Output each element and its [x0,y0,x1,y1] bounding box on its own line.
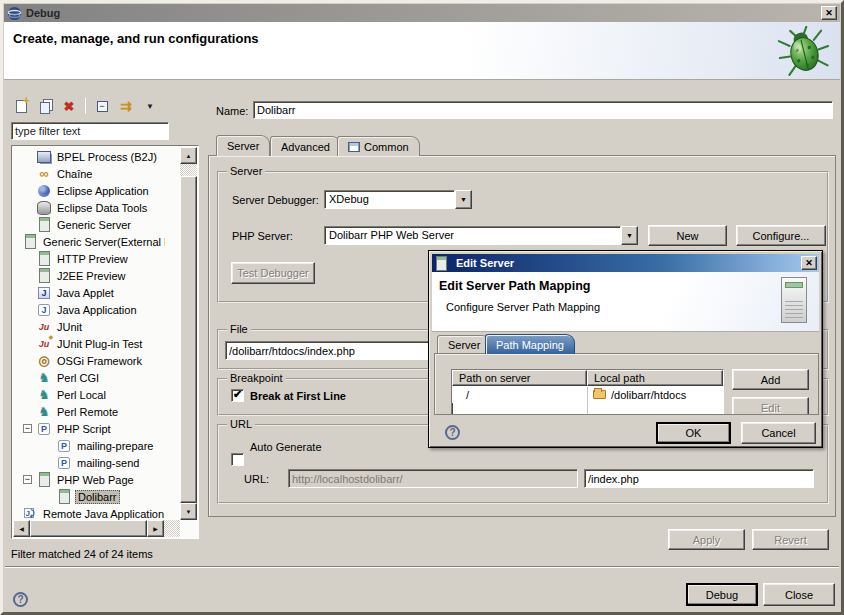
delete-icon-button[interactable]: ✖ [59,97,79,116]
scroll-left-icon[interactable]: ◀ [13,520,30,537]
bpel-process-icon [37,150,51,164]
col-path-on-server[interactable]: Path on server [452,370,587,386]
tree-item-perl-cgi[interactable]: Perl CGI [13,369,165,386]
tree-item-eclipse-data-tools[interactable]: Eclipse Data Tools [13,199,165,216]
dialog-tab-server[interactable]: Server [437,335,491,354]
php-icon [57,456,71,470]
dialog-help-icon[interactable]: ? [445,425,460,440]
name-input[interactable] [253,101,833,119]
tree-item-j2ee-preview[interactable]: J2EE Preview [13,267,165,284]
tab-advanced[interactable]: Advanced [270,136,341,156]
collapse-all-icon-button[interactable]: − [92,97,112,116]
new-server-button[interactable]: New [648,225,727,246]
dialog-tab-path-mapping[interactable]: Path Mapping [485,334,575,354]
tree-vscrollbar[interactable]: ▲ ▼ [180,147,197,520]
tree-item-perl-remote[interactable]: Perl Remote [13,403,165,420]
hscroll-thumb[interactable] [30,520,147,537]
server-icon [23,235,37,249]
close-button[interactable]: Close [763,583,835,606]
server-group-title: Server [227,165,265,177]
tab-common[interactable]: Common [337,136,420,156]
java-applet-icon [37,286,51,300]
ok-button[interactable]: OK [656,422,731,444]
duplicate-icon [40,102,50,114]
tree-item-cha-ne[interactable]: Chaîne [13,165,165,182]
expander-slot: − [23,475,37,484]
filter-icon-button[interactable]: ⇉ [116,97,136,116]
debug-button[interactable]: Debug [686,583,758,606]
php-server-combo[interactable]: Dolibarr PHP Web Server ▼ [324,226,638,245]
filter-input[interactable] [11,122,169,140]
tab-label: Common [364,141,409,153]
collapse-expander-icon[interactable]: − [23,475,32,484]
server-icon [57,490,71,504]
new-config-icon-button[interactable] [11,97,31,116]
tree-item-label: Perl Local [55,389,108,401]
tree-item-generic-server-external-la[interactable]: Generic Server(External La [13,233,165,250]
url-label: URL: [244,473,269,485]
edit-server-close-button[interactable]: ✕ [801,256,817,270]
tree-item-eclipse-application[interactable]: Eclipse Application [13,182,165,199]
break-first-line-checkbox[interactable] [231,389,244,402]
osgi-icon [37,354,51,368]
server-debugger-label: Server Debugger: [232,194,319,206]
remote-java-icon [23,507,37,521]
tree-item-java-application[interactable]: Java Application [13,301,165,318]
tree-hscrollbar[interactable]: ◀ ▶ [13,520,180,537]
tree-item-label: Java Application [55,304,139,316]
chevron-down-icon[interactable]: ▼ [621,226,638,245]
tree-item-mailing-prepare[interactable]: mailing-prepare [13,437,165,454]
tree-item-label: Remote Java Application [41,508,165,520]
tree-item-junit-plug-in-test[interactable]: JUnit Plug-in Test [13,335,165,352]
filter-icon: ⇉ [120,99,132,113]
toolbar-separator [85,98,86,114]
tree-item-php-web-page[interactable]: −PHP Web Page [13,471,165,488]
cancel-button[interactable]: Cancel [741,422,816,444]
auto-generate-checkbox[interactable] [231,453,244,466]
window-close-button[interactable]: ✕ [821,6,837,20]
tree-item-mailing-send[interactable]: mailing-send [13,454,165,471]
col-local-path[interactable]: Local path [587,370,723,386]
help-icon[interactable]: ? [13,592,28,607]
dialog-heading: Edit Server Path Mapping [439,279,590,293]
tab-label: Server [448,339,480,351]
tree-item-perl-local[interactable]: Perl Local [13,386,165,403]
chevron-down-icon[interactable]: ▼ [455,190,472,209]
tree-item-label: PHP Web Page [55,474,136,486]
scroll-right-icon[interactable]: ▶ [147,520,164,537]
tree-item-junit[interactable]: JUnit [13,318,165,335]
configure-button[interactable]: Configure... [736,225,826,246]
tree-item-label: J2EE Preview [55,270,127,282]
add-mapping-button[interactable]: Add [732,369,809,390]
tree-item-label: BPEL Process (B2J) [55,151,159,163]
tree-item-label: mailing-send [75,457,141,469]
scroll-up-icon[interactable]: ▲ [180,147,197,164]
tree-item-php-script[interactable]: −PHP Script [13,420,165,437]
url-path-input[interactable] [584,469,814,488]
tab-server[interactable]: Server [216,135,270,156]
menu-dropdown-icon-button[interactable]: ▼ [140,97,160,116]
tree-item-dolibarr[interactable]: Dolibarr [13,488,165,505]
php-icon [37,422,51,436]
collapse-expander-icon[interactable]: − [23,424,32,433]
revert-button: Revert [752,529,829,550]
tree-item-bpel-process-b2j[interactable]: BPEL Process (B2J) [13,148,165,165]
tree-item-label: Chaîne [55,168,94,180]
tree-item-java-applet[interactable]: Java Applet [13,284,165,301]
duplicate-icon-button[interactable] [35,97,55,116]
edit-mapping-button: Edit [732,397,809,415]
tree-item-osgi-framework[interactable]: OSGi Framework [13,352,165,369]
filter-status: Filter matched 24 of 24 items [11,548,153,560]
tree-item-label: HTTP Preview [55,253,130,265]
server-debugger-combo[interactable]: XDebug ▼ [324,190,472,209]
apply-button: Apply [668,529,745,550]
vscroll-thumb[interactable] [180,176,197,503]
tree-item-http-preview[interactable]: HTTP Preview [13,250,165,267]
tree-item-generic-server[interactable]: Generic Server [13,216,165,233]
scroll-down-icon[interactable]: ▼ [180,503,197,520]
debug-window: Debug ✕ Create, manage, and run configur… [0,0,844,615]
tree-item-label: OSGi Framework [55,355,144,367]
tab-label: Path Mapping [496,339,564,351]
base-url-field [288,469,578,488]
path-mapping-table: Path on server Local path //dolibarr/htd… [451,369,724,415]
